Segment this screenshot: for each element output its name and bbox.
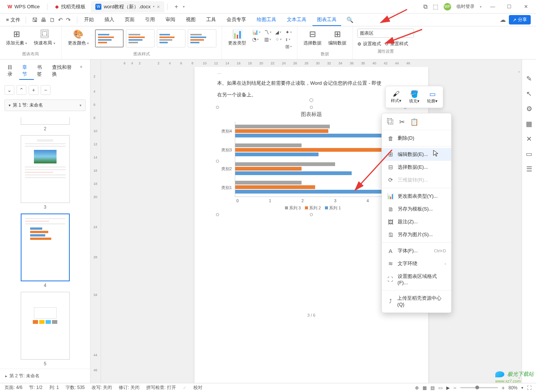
quick-area-icon[interactable]: ◢▾ bbox=[275, 29, 282, 35]
zoom-out-button[interactable]: − bbox=[453, 385, 456, 391]
close-button[interactable]: ✕ bbox=[520, 4, 531, 9]
set-format-button[interactable]: ⚙设置格式 bbox=[357, 41, 381, 47]
cm-format-area[interactable]: ⛶设置图表区域格式(F)... bbox=[382, 270, 451, 288]
tab-close-icon[interactable]: × bbox=[157, 4, 160, 10]
menu-start[interactable]: 开始 bbox=[80, 14, 98, 26]
file-menu[interactable]: ≡ 文件 bbox=[3, 15, 23, 25]
page-thumb-3[interactable]: 3 bbox=[11, 135, 79, 210]
menu-insert[interactable]: 插入 bbox=[100, 14, 119, 26]
quick-pie-icon[interactable]: ◔▾ bbox=[252, 37, 260, 42]
rotate-handle[interactable] bbox=[309, 98, 313, 102]
reset-style-button[interactable]: ↺重置样式 bbox=[385, 41, 408, 47]
cube-icon[interactable]: ⬚ bbox=[433, 3, 438, 10]
menu-text-tools[interactable]: 文本工具 bbox=[282, 14, 311, 26]
search-icon[interactable]: 🔍 bbox=[341, 14, 359, 26]
maximize-button[interactable]: ☐ bbox=[504, 4, 515, 9]
pointer-icon[interactable]: ↖ bbox=[526, 90, 532, 98]
status-revise[interactable]: 修订: 关闭 bbox=[119, 384, 139, 391]
resize-handle-bc[interactable] bbox=[310, 213, 313, 216]
cm-upload[interactable]: ⤴上传至稻壳资源中心(Q) bbox=[382, 292, 451, 310]
sidebar-down-button[interactable]: ⌄ bbox=[5, 85, 14, 95]
cloud-icon[interactable]: ☁ bbox=[500, 16, 506, 23]
page-icon[interactable]: ▭ bbox=[526, 150, 532, 158]
status-proof[interactable]: 校对 bbox=[193, 384, 202, 391]
mini-fill-button[interactable]: 🪣 填充▾ bbox=[406, 88, 423, 105]
cm-select-data[interactable]: ⊟选择数据(E)... bbox=[382, 161, 451, 174]
sidebar-section-1[interactable]: ▾第 1 节: 未命名 ▾ bbox=[5, 99, 86, 111]
resize-handle-bl[interactable] bbox=[216, 213, 219, 216]
status-track[interactable]: 改写: 关闭 bbox=[92, 384, 112, 391]
zoom-level[interactable]: 80% bbox=[508, 385, 518, 390]
sidebar-tab-catalog[interactable]: 目录 bbox=[5, 63, 19, 80]
sidebar-remove-button[interactable]: − bbox=[41, 85, 51, 95]
app-tab[interactable]: W WPS Office bbox=[3, 2, 44, 12]
edit-data-button[interactable]: ⊞ 编辑数据 bbox=[326, 28, 349, 48]
save-icon[interactable]: 🖫 bbox=[32, 17, 38, 23]
paste-icon[interactable]: 📋 bbox=[410, 118, 418, 126]
add-element-button[interactable]: ⊞ 添加元素 ▾ bbox=[4, 28, 29, 48]
print-icon[interactable]: 🖶 bbox=[41, 17, 46, 23]
mini-outline-button[interactable]: ▭ 轮廓▾ bbox=[424, 88, 441, 105]
chart-style-1[interactable] bbox=[95, 29, 124, 47]
change-type-button[interactable]: 📊 更改类型 bbox=[226, 28, 248, 48]
chart-style-4[interactable] bbox=[188, 29, 216, 47]
resize-handle-tl[interactable] bbox=[216, 106, 219, 109]
cm-delete[interactable]: 🗑删除(D) bbox=[382, 132, 451, 145]
item-icon[interactable]: ⧉ bbox=[423, 3, 427, 10]
cm-text-wrap[interactable]: ≋文字环绕› bbox=[382, 257, 451, 270]
cm-font[interactable]: A字体(F)...Ctrl+D bbox=[382, 244, 451, 257]
page-thumb-4[interactable]: 4 bbox=[11, 214, 79, 288]
menu-member[interactable]: 会员专享 bbox=[222, 14, 251, 26]
cm-caption[interactable]: 🖼题注(Z)... bbox=[382, 215, 451, 228]
share-button[interactable]: ↗ 分享 bbox=[509, 15, 531, 24]
view-mode-icon-1[interactable]: ⊕ bbox=[415, 385, 419, 390]
minimize-button[interactable]: — bbox=[487, 4, 498, 9]
chart-object[interactable]: 图表标题 类别4类别3类别2类别1 012345 系列 3 系列 2 系列 1 bbox=[217, 107, 406, 215]
chart-style-3[interactable] bbox=[157, 29, 185, 47]
tab-template[interactable]: ◆ 找稻壳模板 bbox=[51, 1, 90, 12]
page-thumb-5[interactable]: 5 bbox=[11, 292, 79, 366]
quick-grid-icon[interactable]: ⊞▾ bbox=[285, 44, 292, 49]
preview-icon[interactable]: 🗋 bbox=[49, 17, 55, 23]
view-mode-icon-3[interactable]: ▤ bbox=[430, 385, 435, 390]
tab-document[interactable]: W word教程（新）.docx • × bbox=[91, 1, 164, 12]
menu-review[interactable]: 审阅 bbox=[161, 14, 180, 26]
status-spell[interactable]: 拼写检查: 打开 bbox=[146, 384, 176, 391]
select-data-button[interactable]: ⊟ 选择数据 bbox=[301, 28, 324, 48]
sidebar-tab-bookmark[interactable]: 书签 bbox=[34, 63, 49, 80]
menu-page[interactable]: 页面 bbox=[120, 14, 139, 26]
resize-handle-tc[interactable] bbox=[310, 106, 313, 109]
sidebar-tab-find[interactable]: 查找和替换 bbox=[49, 63, 77, 80]
change-color-button[interactable]: 🎨 更改颜色 ▾ bbox=[66, 28, 91, 48]
menu-reference[interactable]: 引用 bbox=[141, 14, 159, 26]
login-label[interactable]: 临时登录 bbox=[456, 3, 475, 10]
chart-area-select[interactable]: 图表区 ⌄ bbox=[357, 29, 414, 38]
zoom-in-button[interactable]: + bbox=[502, 385, 505, 391]
zoom-slider[interactable] bbox=[460, 387, 498, 388]
page-thumb-2[interactable]: 2 bbox=[11, 117, 79, 131]
sidebar-up-button[interactable]: ⌃ bbox=[17, 85, 26, 95]
tools-icon[interactable]: ✕ bbox=[526, 135, 532, 143]
pencil-icon[interactable]: ✎ bbox=[526, 75, 532, 83]
grid-icon[interactable]: ▦ bbox=[526, 120, 532, 128]
quick-layout-button[interactable]: ⿴ 快速布局 ▾ bbox=[32, 28, 57, 48]
copy-icon[interactable]: ⿻ bbox=[387, 118, 394, 126]
menu-view[interactable]: 视图 bbox=[181, 14, 200, 26]
quick-star-icon[interactable]: ✦▾ bbox=[285, 29, 292, 35]
section-menu-icon[interactable]: ▾ bbox=[80, 103, 81, 107]
cm-edit-data[interactable]: ⊞编辑数据(E)... bbox=[382, 148, 451, 161]
status-words[interactable]: 字数: 535 bbox=[66, 384, 85, 391]
settings-icon[interactable]: ⚙ bbox=[526, 105, 532, 113]
cm-change-type[interactable]: 📊更改图表类型(Y)... bbox=[382, 190, 451, 203]
cm-save-image[interactable]: 🖻另存为图片(S)... bbox=[382, 228, 451, 241]
menu-chart-tools[interactable]: 图表工具 bbox=[312, 14, 341, 26]
new-tab-button[interactable]: + bbox=[171, 1, 182, 12]
cut-icon[interactable]: ✂ bbox=[399, 118, 405, 126]
undo-icon[interactable]: ↶ bbox=[58, 17, 63, 23]
view-mode-icon-4[interactable]: ▭ bbox=[438, 385, 443, 390]
quick-scatter-icon[interactable]: ⁘▾ bbox=[275, 37, 282, 42]
quick-line-icon[interactable]: 〽▾ bbox=[264, 29, 271, 35]
quick-col-icon[interactable]: ▥▾ bbox=[264, 37, 271, 42]
status-page[interactable]: 页面: 4/6 bbox=[5, 384, 22, 391]
sidebar-section-2[interactable]: ▸ 第 2 节: 未命名 bbox=[0, 369, 90, 383]
